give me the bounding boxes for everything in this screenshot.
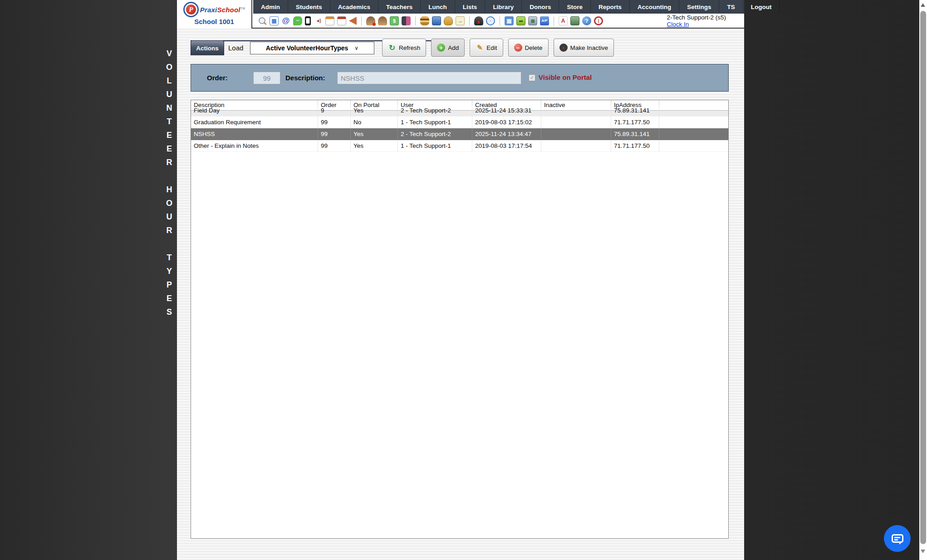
nav-item-settings[interactable]: Settings (679, 0, 719, 14)
nav-item-admin[interactable]: Admin (253, 0, 288, 14)
library-icon[interactable] (432, 16, 441, 25)
toolbar-divider (415, 16, 416, 25)
order-label: Order: (207, 74, 228, 82)
page-scrollbar[interactable] (919, 0, 927, 560)
scroll-up-arrow-icon[interactable] (921, 3, 925, 7)
toolbar-divider (361, 16, 362, 25)
table-row-nshss[interactable]: NSHSS99Yes2 - Tech Support-22025-11-24 1… (191, 128, 728, 140)
badge-printer-icon[interactable]: ▤ (528, 16, 537, 25)
nav-item-store[interactable]: Store (559, 0, 591, 14)
sidebar-letter: T (162, 251, 177, 264)
description-input[interactable] (337, 72, 521, 84)
cell-on_portal: Yes (351, 128, 398, 140)
sidebar-letter: L (162, 74, 177, 88)
clock-in-link[interactable]: Clock In (667, 21, 726, 28)
chevron-down-icon: ∨ (354, 45, 358, 51)
ap-icon[interactable]: A/P (540, 16, 549, 25)
user-info: 2-Tech Support-2 (s5) Clock In (667, 14, 726, 28)
sidebar-letter: O (162, 60, 177, 74)
power-icon[interactable]: | (594, 16, 603, 25)
student-icon[interactable] (378, 16, 387, 25)
visible-on-portal-checkbox[interactable]: ✓ (529, 74, 535, 81)
make-inactive-icon: ● (559, 44, 568, 52)
add-icon: + (437, 44, 445, 52)
money-icon[interactable]: $ (390, 16, 399, 25)
refresh-button[interactable]: ↻Refresh (382, 39, 426, 57)
nav-item-students[interactable]: Students (288, 0, 330, 14)
table-row-graduation-requirement[interactable]: Graduation Requirement99No1 - Tech Suppo… (191, 117, 728, 128)
nav-item-teachers[interactable]: Teachers (378, 0, 421, 14)
edit-button[interactable]: ✎Edit (470, 39, 503, 57)
cash-register-icon[interactable] (570, 16, 579, 25)
nav-item-library[interactable]: Library (485, 0, 522, 14)
donations-icon[interactable] (444, 16, 453, 25)
payment-card-icon[interactable]: ▬ (516, 16, 525, 25)
cell-filler (659, 128, 728, 140)
search-icon[interactable] (258, 16, 267, 25)
nav-item-donors[interactable]: Donors (522, 0, 559, 14)
chat-icon[interactable]: ··· (293, 16, 302, 25)
cell-order: 99 (318, 128, 351, 140)
calendar-grid-icon[interactable]: ▦ (270, 16, 279, 25)
cell-ip: 71.71.177.50 (611, 117, 659, 128)
document-export-icon[interactable]: → (456, 16, 465, 25)
content-area: P PraxiSchoolTM School 1001 AdminStudent… (177, 0, 744, 560)
pdf-icon[interactable]: A (559, 16, 568, 25)
actions-tab[interactable]: Actions (191, 40, 224, 55)
calendar-red-icon[interactable] (337, 16, 346, 25)
student-add-icon[interactable] (366, 16, 375, 25)
praxischool-logo-icon: P (183, 2, 199, 17)
edit-form-bar: Order: Description: ✓ Visible on Portal (191, 64, 729, 92)
scroll-down-arrow-icon[interactable] (921, 550, 925, 553)
nav-item-academics[interactable]: Academics (330, 0, 378, 14)
toolbar-divider (469, 16, 470, 25)
megaphone-icon[interactable] (349, 17, 357, 25)
order-input[interactable] (253, 72, 280, 84)
sidebar-letter: E (162, 292, 177, 305)
sidebar-letter: N (162, 101, 177, 115)
visible-on-portal-label: Visible on Portal (539, 73, 592, 81)
family-icon[interactable] (402, 16, 411, 25)
sidebar-letter: O (162, 196, 177, 210)
delete-button[interactable]: −Delete (508, 39, 549, 57)
logo-area: P PraxiSchoolTM School 1001 (177, 0, 252, 29)
chat-fab-button[interactable] (884, 525, 911, 552)
phone-icon[interactable] (305, 16, 311, 25)
cell-created: 2019-08-03 17:17:54 (472, 140, 541, 151)
toolbar: ▦@···◄)$→·▦▬▤A/PA?| (253, 14, 640, 28)
add-button[interactable]: +Add (431, 39, 465, 57)
nav-item-lists[interactable]: Lists (455, 0, 486, 14)
table-row-other-explain-in-notes[interactable]: Other - Explain in Notes99Yes1 - Tech Su… (191, 140, 728, 152)
nav-item-lunch[interactable]: Lunch (421, 0, 455, 14)
sidebar-letter: R (162, 224, 177, 237)
sidebar-letter: H (162, 183, 177, 196)
email-icon[interactable]: @ (281, 16, 290, 25)
cell-filler (659, 140, 728, 151)
admin-user-icon[interactable] (474, 16, 483, 25)
cell-description: Graduation Requirement (191, 117, 318, 128)
page-background: VOLUNTEERHOURTYPES P PraxiSchoolTM Schoo… (0, 0, 927, 560)
nav-item-logout[interactable]: Logout (743, 0, 780, 14)
nav-item-ts[interactable]: TS (719, 0, 743, 14)
description-label: Description: (285, 74, 325, 82)
cell-created: 2025-11-24 13:34:47 (472, 128, 541, 140)
cell-created: 2025-11-24 15:33:31 (472, 105, 541, 116)
action-buttons: ↻Refresh+Add✎Edit−Delete●Make Inactive (382, 39, 614, 57)
cell-user: 2 - Tech Support-2 (398, 128, 472, 140)
delete-icon: − (514, 44, 522, 52)
help-icon[interactable]: ? (582, 16, 591, 25)
lunch-icon[interactable] (420, 16, 429, 25)
table-row-field-day[interactable]: Field Day9Yes2 - Tech Support-22025-11-2… (191, 111, 728, 117)
speaker-icon[interactable]: ◄) (314, 16, 323, 25)
scroll-thumb[interactable] (920, 11, 926, 544)
gradebook-icon[interactable]: ▦ (505, 16, 514, 25)
cell-on_portal: No (351, 117, 398, 128)
load-dropdown[interactable]: Active VolunteerHourTypes ∨ (250, 42, 374, 54)
cell-inactive (541, 128, 611, 140)
nav-item-reports[interactable]: Reports (591, 0, 630, 14)
clock-icon[interactable]: · (486, 16, 495, 25)
make-inactive-button[interactable]: ●Make Inactive (554, 39, 614, 57)
cell-ip: 71.71.177.50 (611, 140, 659, 151)
calendar-icon[interactable] (325, 16, 334, 25)
nav-item-accounting[interactable]: Accounting (630, 0, 679, 14)
